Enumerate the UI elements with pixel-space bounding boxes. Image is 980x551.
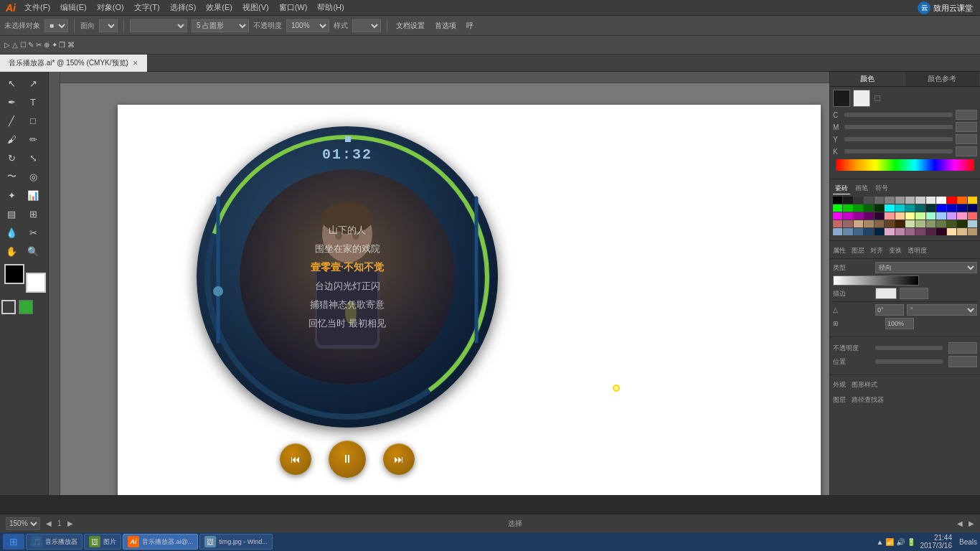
swatch-color[interactable] [833, 228, 842, 235]
zoom-tool[interactable]: 🔍 [23, 242, 43, 260]
doc-settings-btn[interactable]: 文档设置 [393, 19, 428, 32]
swatch-color[interactable] [875, 220, 884, 227]
pencil-tool[interactable]: ✏ [23, 131, 43, 148]
menu-effect[interactable]: 效果(E) [206, 2, 232, 13]
hand-tool[interactable]: ✋ [1, 242, 22, 260]
swatch-color[interactable] [968, 197, 977, 204]
scale-input[interactable] [885, 318, 914, 329]
position-input[interactable] [948, 356, 977, 367]
menu-file[interactable]: 文件(F) [24, 2, 50, 13]
swatch-tab-color[interactable]: 瓷砖 [833, 183, 850, 194]
swatch-color[interactable] [864, 197, 873, 204]
blend-tool[interactable]: ◎ [23, 168, 43, 185]
swatch-color[interactable] [843, 220, 852, 227]
color-ref-tab[interactable]: 颜色参考 [905, 72, 981, 86]
tab-close-icon[interactable]: ✕ [133, 60, 138, 67]
swatch-color[interactable] [885, 228, 894, 235]
nav-right[interactable]: ▶ [67, 519, 73, 527]
swatch-color[interactable] [875, 212, 884, 220]
swatch-color[interactable] [885, 212, 894, 220]
swatch-color[interactable] [936, 220, 946, 227]
swatch-color[interactable] [926, 212, 936, 220]
swatch-color[interactable] [936, 212, 946, 220]
swatch-color[interactable] [854, 220, 863, 227]
swatch-color[interactable] [926, 204, 936, 212]
swatch-color[interactable] [957, 212, 966, 220]
swatch-tab-symbol[interactable]: 符号 [873, 183, 890, 194]
style-selector[interactable] [130, 19, 187, 32]
swatch-color[interactable] [915, 197, 925, 204]
swatch-color[interactable] [947, 228, 956, 235]
swatch-color[interactable] [864, 228, 873, 235]
eyedropper-tool[interactable]: 💧 [1, 224, 22, 241]
swatch-color[interactable] [915, 220, 925, 227]
status-scroll-left[interactable]: ◀ [957, 519, 963, 527]
swatch-color[interactable] [864, 220, 873, 227]
swatch-color[interactable] [854, 204, 863, 212]
scale-tool[interactable]: ⤡ [23, 149, 43, 166]
swatch-color[interactable] [885, 197, 894, 204]
c-value[interactable] [956, 110, 977, 120]
swatch-color[interactable] [947, 220, 956, 227]
tray-volume-icon[interactable]: 🔊 [896, 538, 905, 546]
symbol-tool[interactable]: ✦ [1, 187, 22, 204]
swatch-color[interactable] [854, 212, 863, 220]
swatch-color[interactable] [936, 204, 946, 212]
opacity-slider-track[interactable] [875, 346, 943, 350]
start-button[interactable]: ⊞ [3, 534, 24, 550]
taskbar-app-image[interactable]: 🖼 timg.jpg - Wind... [199, 534, 273, 550]
swatch-color[interactable] [957, 228, 966, 235]
swatch-color[interactable] [895, 212, 905, 220]
swatch-color[interactable] [875, 228, 884, 235]
swatch-color[interactable] [864, 212, 873, 220]
status-scroll-right[interactable]: ▶ [969, 519, 974, 527]
shape-type-selector[interactable]: 5 占圆形 [192, 19, 249, 32]
taskbar-app-music[interactable]: 🎵 音乐播放器 [26, 534, 83, 550]
first-path-btn[interactable]: 首选项 [432, 19, 459, 32]
chart-tool[interactable]: 📊 [23, 187, 43, 204]
tray-up-icon[interactable]: ▲ [877, 538, 884, 546]
swatch-color[interactable] [843, 212, 852, 220]
swatch-color[interactable] [968, 212, 977, 220]
stroke-value[interactable] [900, 288, 928, 299]
swatch-color[interactable] [968, 228, 977, 235]
swatch-color[interactable] [957, 204, 966, 212]
y-value[interactable] [956, 134, 977, 144]
color-tab[interactable]: 颜色 [830, 72, 905, 86]
rect-tool[interactable]: □ [23, 112, 43, 129]
select-tool[interactable]: ↖ [1, 75, 22, 92]
c-slider[interactable] [844, 113, 953, 117]
taskbar-app-ai[interactable]: Ai 音乐播放器.ai@... [123, 534, 198, 550]
menu-edit[interactable]: 编辑(E) [60, 2, 87, 13]
swatch-color[interactable] [895, 228, 905, 235]
angle-unit[interactable]: ° [907, 304, 977, 316]
no-fill[interactable] [1, 300, 16, 314]
position-slider[interactable] [875, 359, 943, 364]
swatch-color[interactable] [957, 197, 966, 204]
swatch-color[interactable] [915, 228, 925, 235]
fill-mode[interactable] [19, 300, 33, 314]
swatch-color[interactable] [936, 197, 946, 204]
type-select[interactable]: 径向 [875, 262, 977, 273]
swatch-color[interactable] [833, 220, 842, 227]
scissors-tool[interactable]: ✂ [23, 224, 43, 241]
swatch-color[interactable] [833, 204, 842, 212]
swatch-color[interactable] [926, 197, 936, 204]
m-value[interactable] [956, 122, 977, 132]
swatch-color[interactable] [875, 197, 884, 204]
nav-left[interactable]: ◀ [46, 519, 52, 527]
opacity-selector[interactable]: 100% [286, 19, 329, 32]
swatch-color[interactable] [947, 212, 956, 220]
swatch-color[interactable] [915, 212, 925, 220]
shape-selector[interactable] [99, 19, 118, 32]
swatch-color[interactable] [843, 197, 852, 204]
k-value[interactable] [956, 146, 977, 156]
active-tab[interactable]: 音乐播放器.ai* @ 150% (CMYK/预览) ✕ [0, 55, 148, 72]
pause-button[interactable]: ⏸ [329, 441, 366, 478]
paintbrush-tool[interactable]: 🖌 [1, 131, 22, 148]
swatch-color[interactable] [895, 197, 905, 204]
swatch-color[interactable] [833, 197, 842, 204]
swatch-color[interactable] [957, 220, 966, 227]
direct-select-tool[interactable]: ↗ [23, 75, 43, 92]
swatch-color[interactable] [843, 228, 852, 235]
